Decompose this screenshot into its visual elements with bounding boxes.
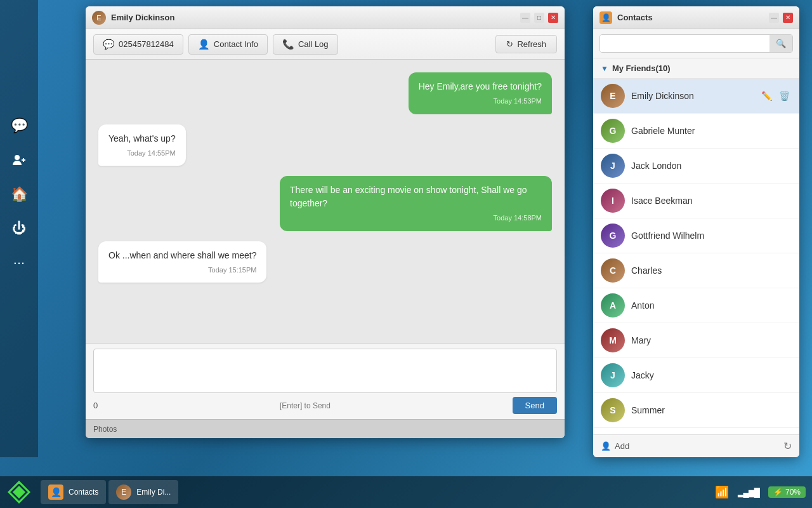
minimize-button[interactable]: — — [520, 13, 530, 23]
contact-item-emily[interactable]: E Emily Dickinson ✏️ 🗑️ — [593, 79, 799, 114]
taskbar-contacts-icon: 👤 — [48, 485, 63, 500]
contact-item-gabriele[interactable]: G Gabriele Munter — [593, 114, 799, 149]
delete-contact-button[interactable]: 🗑️ — [776, 88, 792, 104]
contact-item-gottfriend[interactable]: G Gottfriend Wilhelm — [593, 218, 799, 253]
contact-item-mary[interactable]: M Mary — [593, 323, 799, 358]
add-label: Add — [615, 441, 629, 451]
contacts-window-controls: — ✕ — [769, 13, 793, 23]
chat-footer: Photos — [86, 419, 565, 438]
contact-name-anton: Anton — [631, 300, 792, 311]
call-log-label: Call Log — [298, 39, 329, 49]
contacts-search-input[interactable] — [600, 35, 769, 52]
message-received-2: Ok ...when and where shall we meet? Toda… — [98, 241, 266, 283]
contact-item-anton[interactable]: A Anton — [593, 288, 799, 323]
chat-input-footer: 0 [Enter] to Send Send — [93, 397, 557, 414]
contacts-list: E Emily Dickinson ✏️ 🗑️ G Gabriele Munte… — [593, 79, 799, 434]
phone-number-label: 025457812484 — [119, 39, 174, 49]
message-time: Today 14:53PM — [419, 96, 542, 107]
taskbar-emily-icon: E — [116, 485, 131, 500]
sidebar-item-more[interactable]: ··· — [8, 251, 30, 274]
contact-name-summer: Summer — [631, 405, 792, 415]
contact-avatar-anton: A — [601, 293, 625, 318]
message-time: Today 15:15PM — [108, 265, 256, 276]
contact-item-charles[interactable]: C Charles — [593, 253, 799, 288]
phone-number-button[interactable]: 💬 025457812484 — [93, 34, 183, 55]
send-button[interactable]: Send — [513, 397, 557, 414]
contact-name-jacky: Jacky — [631, 370, 792, 380]
contacts-minimize-button[interactable]: — — [769, 13, 779, 23]
contacts-close-button[interactable]: ✕ — [783, 13, 793, 23]
sidebar: 💬 🏠 ⏻ ··· — [0, 0, 38, 457]
taskbar: 👤 Contacts E Emily Di... 📶 ▂▄▆█ ⚡ 70% — [0, 476, 812, 508]
taskbar-item-contacts[interactable]: 👤 Contacts — [41, 480, 106, 504]
chat-title: Emily Dickinson — [111, 13, 174, 22]
contact-name-mary: Mary — [631, 335, 792, 345]
contact-item-isace[interactable]: I Isace Beekman — [593, 184, 799, 218]
contacts-window-icon: 👤 — [599, 11, 612, 24]
contacts-title: Contacts — [617, 13, 653, 22]
contact-info-button[interactable]: 👤 Contact Info — [188, 34, 268, 55]
refresh-button[interactable]: ↻ Refresh — [495, 35, 557, 53]
maximize-button[interactable]: □ — [534, 13, 544, 23]
sidebar-item-home[interactable]: 🏠 — [8, 183, 30, 206]
contact-name-jack: Jack London — [631, 161, 792, 171]
contacts-refresh-button[interactable]: ↻ — [783, 440, 792, 452]
wifi-icon: 📶 — [715, 485, 729, 499]
contacts-titlebar: 👤 Contacts — ✕ — [593, 6, 799, 29]
contacts-window: 👤 Contacts — ✕ 🔍 ▼ My Friends(10) E Emil… — [593, 6, 799, 457]
contact-avatar-jacky: J — [601, 363, 625, 387]
contact-avatar-charles: C — [601, 258, 625, 283]
battery-percent: 70% — [785, 488, 801, 497]
message-time: Today 14:55PM — [108, 148, 176, 159]
photos-label: Photos — [93, 425, 117, 434]
friends-group-label: My Friends(10) — [612, 64, 671, 73]
battery-icon: ⚡ — [773, 488, 783, 497]
sidebar-item-chat[interactable]: 💬 — [8, 114, 30, 137]
contact-name-gabriele: Gabriele Munter — [631, 126, 792, 136]
add-contact-button[interactable]: 👤 Add — [601, 441, 629, 451]
add-icon: 👤 — [601, 441, 611, 451]
contact-avatar-mary: M — [601, 328, 625, 352]
edit-contact-button[interactable]: ✏️ — [759, 88, 774, 104]
message-text: Hey Emily,are you free tonight? — [419, 80, 542, 93]
friends-group-header[interactable]: ▼ My Friends(10) — [593, 58, 799, 79]
contact-name-emily: Emily Dickinson — [631, 91, 752, 101]
sidebar-item-add-contact[interactable] — [8, 149, 30, 171]
taskbar-item-emily[interactable]: E Emily Di... — [108, 480, 178, 504]
contact-name-isace: Isace Beekman — [631, 196, 792, 206]
contacts-search-button[interactable]: 🔍 — [769, 35, 792, 52]
contact-avatar-jack: J — [601, 154, 625, 178]
chat-input-area: 0 [Enter] to Send Send — [86, 343, 565, 419]
taskbar-logo — [6, 479, 32, 505]
taskbar-contacts-label: Contacts — [69, 488, 98, 497]
message-text: There will be an exciting movie on show … — [290, 184, 542, 210]
contacts-footer: 👤 Add ↻ — [593, 434, 799, 457]
contact-avatar-emily: E — [601, 84, 625, 108]
signal-bars: ▂▄▆█ — [738, 488, 759, 497]
message-input[interactable] — [93, 349, 557, 393]
contact-item-jack[interactable]: J Jack London — [593, 149, 799, 184]
call-log-button[interactable]: 📞 Call Log — [273, 34, 338, 55]
refresh-icon: ↻ — [506, 39, 513, 49]
chat-window: E Emily Dickinson — □ ✕ 💬 025457812484 👤… — [86, 6, 565, 438]
chat-titlebar: E Emily Dickinson — □ ✕ — [86, 6, 565, 29]
contact-name-charles: Charles — [631, 265, 792, 276]
chat-avatar: E — [92, 11, 106, 25]
message-text: Ok ...when and where shall we meet? — [108, 249, 256, 262]
svg-point-0 — [15, 155, 20, 160]
contact-avatar-gabriele: G — [601, 119, 625, 143]
chat-toolbar: 💬 025457812484 👤 Contact Info 📞 Call Log… — [86, 29, 565, 60]
phone-icon: 💬 — [103, 39, 115, 50]
sidebar-item-power[interactable]: ⏻ — [8, 217, 30, 240]
chat-messages: Hey Emily,are you free tonight? Today 14… — [86, 60, 565, 343]
contact-name-gottfriend: Gottfriend Wilhelm — [631, 231, 792, 241]
contact-item-jacky[interactable]: J Jacky — [593, 358, 799, 393]
message-text: Yeah, what's up? — [108, 132, 176, 145]
char-count: 0 — [93, 401, 98, 410]
message-sent-1: Hey Emily,are you free tonight? Today 14… — [409, 72, 552, 114]
close-button[interactable]: ✕ — [548, 13, 558, 23]
contact-item-summer[interactable]: S Summer — [593, 393, 799, 428]
taskbar-system: 📶 ▂▄▆█ ⚡ 70% — [715, 485, 806, 499]
message-sent-2: There will be an exciting movie on show … — [280, 176, 552, 231]
send-hint: [Enter] to Send — [280, 401, 331, 410]
